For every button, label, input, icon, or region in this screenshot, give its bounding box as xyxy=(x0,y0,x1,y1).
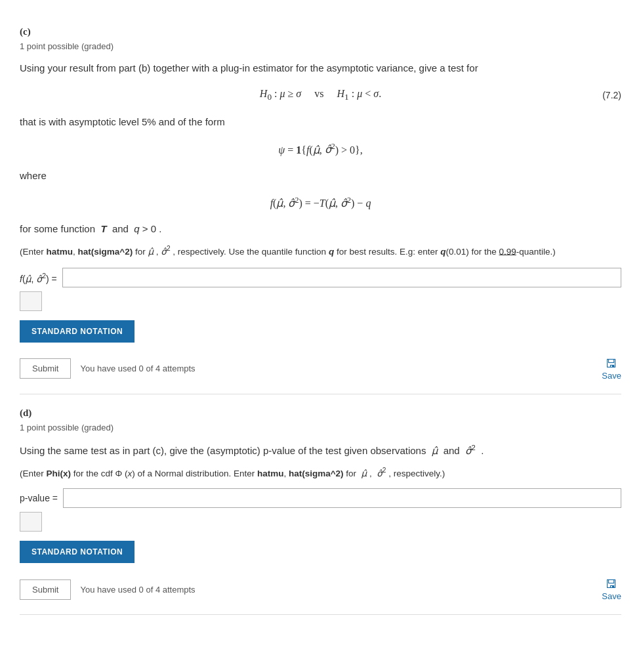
pvalue-input[interactable] xyxy=(63,488,621,508)
T-and-q-text: for some function T and q > 0 . xyxy=(20,221,621,237)
pvalue-input-row: p-value = xyxy=(20,488,621,508)
f-formula-block: f(μ̂, σ̂2) = −T(μ̂, σ̂2) − q xyxy=(20,196,621,209)
submit-btn-c[interactable]: Submit xyxy=(20,358,71,379)
standard-notation-btn-d[interactable]: STANDARD NOTATION xyxy=(20,541,134,563)
pvalue-label: p-value = xyxy=(20,493,58,503)
submit-btn-d[interactable]: Submit xyxy=(20,579,71,600)
section-c-intro: Using your result from part (b) together… xyxy=(20,60,621,76)
submit-left-c: Submit You have used 0 of 4 attempts xyxy=(20,358,196,379)
hint-text-d: (Enter Phi(x) for the cdf Φ (x) of a Nor… xyxy=(20,465,621,480)
f-input-row: f(μ̂, σ̂2) = xyxy=(20,268,621,287)
submit-row-c: Submit You have used 0 of 4 attempts 🖫 S… xyxy=(20,357,621,381)
submit-left-d: Submit You have used 0 of 4 attempts xyxy=(20,579,196,600)
save-btn-c[interactable]: 🖫 Save xyxy=(602,357,621,381)
where-text: where xyxy=(20,168,621,184)
save-btn-d[interactable]: 🖫 Save xyxy=(602,578,621,601)
section-d: (d) 1 point possible (graded) Using the … xyxy=(20,394,621,615)
section-c: (c) 1 point possible (graded) Using your… xyxy=(20,13,621,394)
asymptotic-text: that is with asymptotic level 5% and of … xyxy=(20,114,621,130)
save-icon-d: 🖫 xyxy=(606,578,617,591)
f-input[interactable] xyxy=(62,268,621,287)
section-d-label: (d) xyxy=(20,408,621,419)
hypothesis-block: H0 : μ ≥ σ vs H1 : μ < σ. (7.2) xyxy=(20,88,621,102)
hint-text-c: (Enter hatmu, hat(sigma^2) for μ̂ , σ̂2 … xyxy=(20,243,621,259)
section-d-intro: Using the same test as in part (c), give… xyxy=(20,442,621,459)
f-input-label: f(μ̂, σ̂2) = xyxy=(20,272,57,284)
submit-row-d: Submit You have used 0 of 4 attempts 🖫 S… xyxy=(20,578,621,601)
symbol-palette-c[interactable] xyxy=(20,291,42,311)
attempts-text-d: You have used 0 of 4 attempts xyxy=(80,585,195,595)
section-c-label: (c) xyxy=(20,26,621,37)
eq-number: (7.2) xyxy=(602,90,621,100)
psi-formula-block: ψ = 1{f(μ̂, σ̂2) > 0}, xyxy=(20,142,621,156)
standard-notation-btn-c[interactable]: STANDARD NOTATION xyxy=(20,320,134,343)
section-c-points: 1 point possible (graded) xyxy=(20,41,621,51)
symbol-palette-d[interactable] xyxy=(20,512,42,532)
save-icon-c: 🖫 xyxy=(606,357,617,371)
section-d-points: 1 point possible (graded) xyxy=(20,423,621,432)
attempts-text-c: You have used 0 of 4 attempts xyxy=(80,364,195,373)
